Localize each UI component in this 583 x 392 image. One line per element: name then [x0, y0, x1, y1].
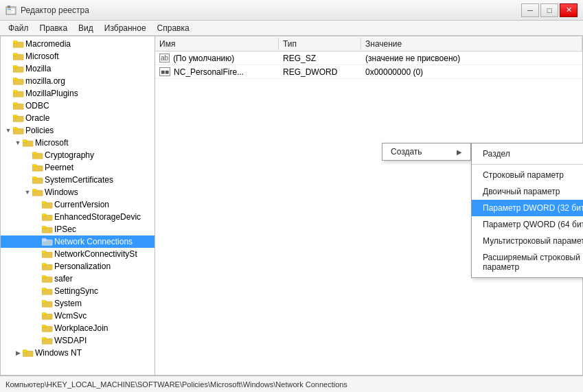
- tree-item-settingsync[interactable]: SettingSync: [1, 285, 155, 297]
- tree-item-networkconnectivityst[interactable]: NetworkConnectivitySt: [1, 248, 155, 260]
- no-expand: [3, 76, 13, 86]
- table-row[interactable]: ab(По умолчанию) REG_SZ (значение не при…: [155, 51, 582, 65]
- menu-favorites[interactable]: Избранное: [99, 22, 152, 34]
- tree-label: SystemCertificates: [45, 175, 113, 185]
- no-expand: [32, 262, 42, 271]
- tree-item-policies[interactable]: ▼ Policies: [1, 124, 155, 137]
- tree-item-wsdapi[interactable]: WSDAPI: [1, 334, 155, 347]
- tree-item-windows[interactable]: ▼ Windows: [1, 186, 155, 198]
- tree-item-macromedia[interactable]: Macromedia: [1, 38, 155, 50]
- tree-item-system[interactable]: System: [1, 297, 155, 310]
- col-header-type: Тип: [279, 38, 361, 50]
- folder-icon: [32, 163, 43, 172]
- tree-item-mozillaplugins[interactable]: MozillaPlugins: [1, 87, 155, 100]
- svg-rect-31: [32, 189, 36, 192]
- table-row[interactable]: ■■NC_PersonalFire... REG_DWORD 0x0000000…: [155, 65, 582, 79]
- context-menu-item-expandable_param[interactable]: Расширяемый строковый параметр: [472, 249, 583, 275]
- tree-item-networkconnections[interactable]: Network Connections: [1, 235, 155, 248]
- folder-icon: [13, 39, 24, 49]
- tree-label: mozilla.org: [25, 76, 65, 86]
- no-expand: [23, 175, 32, 185]
- no-expand: [32, 286, 42, 296]
- create-submenu[interactable]: Создать ▶: [382, 143, 471, 161]
- menu-edit[interactable]: Правка: [34, 22, 73, 34]
- submenu-arrow: ▶: [457, 148, 462, 156]
- restore-button[interactable]: □: [540, 3, 558, 17]
- close-button[interactable]: ✕: [560, 3, 578, 17]
- tree-item-wcmsvc[interactable]: WcmSvc: [1, 310, 155, 322]
- tree-label: safer: [54, 274, 73, 284]
- registry-tree[interactable]: Macromedia Microsoft Mozilla mozilla.org…: [1, 36, 155, 375]
- tree-item-currentversion[interactable]: CurrentVersion: [1, 198, 155, 211]
- tree-item-workplacejoin[interactable]: WorkplaceJoin: [1, 322, 155, 334]
- svg-rect-39: [42, 239, 46, 242]
- folder-icon: [42, 212, 53, 222]
- tree-item-safer[interactable]: safer: [1, 273, 155, 285]
- tree-item-cryptography[interactable]: Cryptography: [1, 149, 155, 161]
- tree-label: Windows NT: [35, 348, 82, 358]
- folder-icon: [42, 311, 53, 321]
- tree-item-enhancedstoragedevic[interactable]: EnhancedStorageDevic: [1, 211, 155, 223]
- context-menu-item-multistring_param[interactable]: Мультистроковый параметр: [472, 233, 583, 249]
- svg-rect-7: [13, 41, 17, 44]
- tree-item-microsoft-policies[interactable]: ▼ Microsoft: [1, 137, 155, 149]
- cell-name: ■■NC_PersonalFire...: [155, 67, 279, 77]
- no-expand: [32, 249, 42, 259]
- dword-icon: ■■: [159, 67, 170, 76]
- cell-type: REG_DWORD: [279, 67, 361, 77]
- folder-icon: [42, 286, 53, 296]
- expand-icon[interactable]: ▶: [13, 348, 23, 358]
- folder-icon: [42, 224, 53, 234]
- no-expand: [3, 64, 13, 73]
- tree-label: IPSec: [54, 224, 76, 234]
- tree-item-oracle[interactable]: Oracle: [1, 112, 155, 124]
- menu-help[interactable]: Справка: [152, 22, 195, 34]
- tree-item-peernet[interactable]: Peernet: [1, 161, 155, 174]
- svg-rect-23: [23, 140, 27, 143]
- tree-item-microsoft-top[interactable]: Microsoft: [1, 50, 155, 62]
- svg-rect-45: [42, 276, 46, 279]
- cell-type: REG_SZ: [279, 54, 361, 63]
- context-menu-item-binary_param[interactable]: Двоичный параметр: [472, 183, 583, 200]
- menu-bar: Файл Правка Вид Избранное Справка: [0, 21, 583, 36]
- no-expand: [32, 237, 42, 246]
- svg-rect-21: [13, 128, 17, 130]
- minimize-button[interactable]: ─: [521, 3, 539, 17]
- menu-file[interactable]: Файл: [3, 22, 34, 34]
- create-item[interactable]: Создать ▶: [382, 143, 470, 160]
- tree-label: NetworkConnectivitySt: [54, 249, 137, 259]
- expand-icon[interactable]: ▼: [23, 187, 32, 197]
- tree-item-systemcertificates[interactable]: SystemCertificates: [1, 174, 155, 186]
- svg-rect-15: [13, 91, 17, 93]
- svg-rect-47: [42, 288, 46, 291]
- svg-rect-35: [42, 214, 46, 217]
- context-menu-item-qword_param[interactable]: Параметр QWORD (64 бита): [472, 216, 583, 233]
- context-menu-item-string_param[interactable]: Строковый параметр: [472, 167, 583, 183]
- tree-item-windowsnt[interactable]: ▶ Windows NT: [1, 347, 155, 359]
- tree-item-odbc[interactable]: ODBC: [1, 100, 155, 112]
- tree-item-mozilla-org[interactable]: mozilla.org: [1, 75, 155, 87]
- expand-icon[interactable]: ▼: [13, 138, 23, 148]
- status-text: Компьютер\HKEY_LOCAL_MACHINE\SOFTWARE\Po…: [5, 380, 347, 389]
- tree-item-mozilla[interactable]: Mozilla: [1, 62, 155, 75]
- folder-icon: [23, 138, 34, 148]
- tree-item-ipsec[interactable]: IPSec: [1, 223, 155, 235]
- title-bar-controls: ─ □ ✕: [521, 3, 578, 17]
- context-menu-item-dword_param[interactable]: Параметр DWORD (32 бита): [472, 200, 583, 216]
- no-expand: [32, 224, 42, 234]
- svg-rect-11: [13, 66, 17, 69]
- context-menu-item-section[interactable]: Раздел: [472, 146, 583, 162]
- tree-item-personalization[interactable]: Personalization: [1, 260, 155, 273]
- svg-rect-57: [23, 350, 27, 353]
- regedit-icon: [5, 5, 16, 16]
- no-expand: [32, 336, 42, 345]
- tree-label: CurrentVersion: [54, 200, 109, 209]
- expand-icon[interactable]: ▼: [3, 126, 13, 135]
- cell-value: (значение не присвоено): [361, 54, 582, 63]
- folder-icon: [42, 237, 53, 246]
- no-expand: [32, 212, 42, 222]
- context-menu[interactable]: РазделСтроковый параметрДвоичный парамет…: [471, 143, 583, 278]
- svg-rect-3: [8, 9, 11, 10]
- menu-view[interactable]: Вид: [73, 22, 99, 34]
- svg-rect-1: [8, 5, 10, 8]
